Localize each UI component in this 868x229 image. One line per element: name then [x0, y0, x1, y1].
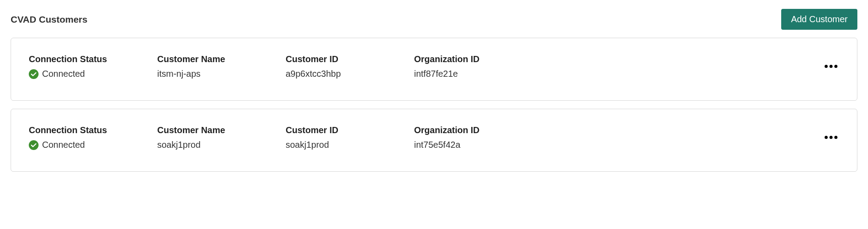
customer-card: Connection Status Connected Customer Nam…	[11, 109, 857, 172]
customer-card: Connection Status Connected Customer Nam…	[11, 38, 857, 101]
organization-id-value: intf87fe21e	[414, 69, 547, 79]
check-circle-icon	[29, 69, 39, 79]
customer-name-label: Customer Name	[157, 125, 286, 135]
connection-status-text: Connected	[42, 140, 85, 150]
customer-fields: Connection Status Connected Customer Nam…	[29, 125, 547, 150]
connection-status-column: Connection Status Connected	[29, 125, 157, 150]
organization-id-label: Organization ID	[414, 54, 547, 64]
header-row: CVAD Customers Add Customer	[11, 9, 857, 30]
more-actions-button[interactable]	[823, 131, 839, 143]
customer-fields: Connection Status Connected Customer Nam…	[29, 54, 547, 79]
customer-list: Connection Status Connected Customer Nam…	[11, 38, 857, 172]
organization-id-value: int75e5f42a	[414, 140, 547, 150]
connection-status-label: Connection Status	[29, 125, 157, 135]
customer-name-value: soakj1prod	[157, 140, 286, 150]
ellipsis-icon	[829, 136, 833, 139]
ellipsis-icon	[834, 136, 837, 139]
ellipsis-icon	[825, 136, 828, 139]
check-circle-icon	[29, 140, 39, 150]
connection-status-column: Connection Status Connected	[29, 54, 157, 79]
organization-id-column: Organization ID intf87fe21e	[414, 54, 547, 79]
customer-name-value: itsm-nj-aps	[157, 69, 286, 79]
page-title: CVAD Customers	[11, 14, 87, 25]
connection-status-text: Connected	[42, 69, 85, 79]
svg-point-0	[29, 69, 39, 79]
customer-name-label: Customer Name	[157, 54, 286, 64]
organization-id-column: Organization ID int75e5f42a	[414, 125, 547, 150]
more-actions-button[interactable]	[823, 60, 839, 72]
organization-id-label: Organization ID	[414, 125, 547, 135]
customer-name-column: Customer Name itsm-nj-aps	[157, 54, 286, 79]
customer-id-value: soakj1prod	[286, 140, 414, 150]
connection-status-label: Connection Status	[29, 54, 157, 64]
customer-id-column: Customer ID soakj1prod	[286, 125, 414, 150]
ellipsis-icon	[834, 65, 837, 68]
customer-id-label: Customer ID	[286, 54, 414, 64]
customer-id-column: Customer ID a9p6xtcc3hbp	[286, 54, 414, 79]
ellipsis-icon	[829, 65, 833, 68]
connection-status-value: Connected	[29, 69, 157, 79]
add-customer-button[interactable]: Add Customer	[781, 9, 857, 30]
svg-point-1	[29, 140, 39, 150]
connection-status-value: Connected	[29, 140, 157, 150]
ellipsis-icon	[825, 65, 828, 68]
customer-id-value: a9p6xtcc3hbp	[286, 69, 414, 79]
customer-id-label: Customer ID	[286, 125, 414, 135]
customer-name-column: Customer Name soakj1prod	[157, 125, 286, 150]
